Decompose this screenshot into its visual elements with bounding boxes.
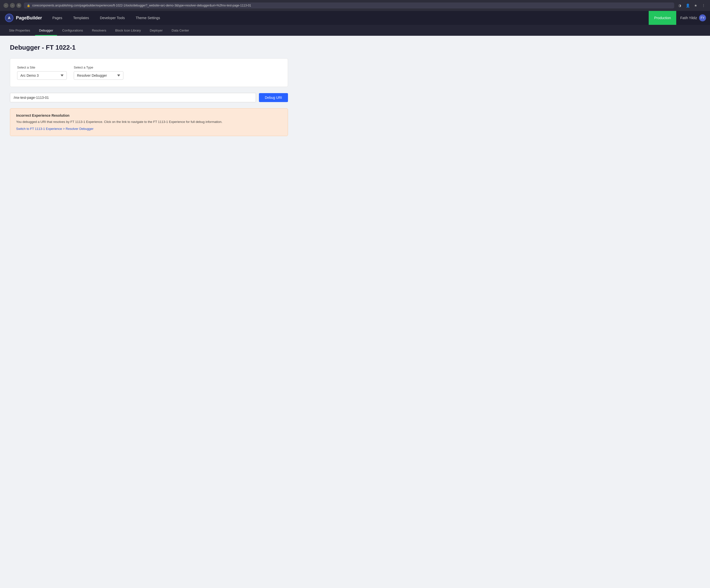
sub-nav-site-properties[interactable]: Site Properties [5, 25, 34, 36]
alert-link[interactable]: Switch to FT 1113-1 Experience > Resolve… [16, 127, 94, 131]
alert-title: Incorrect Experience Resolution [16, 114, 282, 117]
sub-nav-resolvers[interactable]: Resolvers [88, 25, 110, 36]
type-label: Select a Type [74, 66, 123, 69]
sub-nav: Site Properties Debugger Configurations … [0, 25, 710, 36]
sub-nav-deployer[interactable]: Deployer [146, 25, 167, 36]
site-form-group: Select a Site Arc Demo 3 Arc Demo 2 Arc … [17, 66, 67, 80]
browser-chrome: ← → ↻ 🔒 corecomponents.arcpublishing.com… [0, 0, 710, 11]
sub-nav-debugger[interactable]: Debugger [35, 25, 57, 36]
nav-item-developer-tools[interactable]: Developer Tools [95, 11, 130, 25]
alert-body: You debugged a URI that resolves by FT 1… [16, 119, 282, 124]
user-menu[interactable]: Fatih Yildiz FY [676, 15, 710, 21]
profile-icon[interactable]: 👤 [685, 2, 691, 8]
selection-card: Select a Site Arc Demo 3 Arc Demo 2 Arc … [10, 58, 288, 87]
nav-logo: A PageBuilder [0, 14, 47, 22]
extensions-icon[interactable]: ◑ [677, 2, 683, 8]
type-select[interactable]: Resolver Debugger Content Debugger Templ… [74, 71, 123, 80]
lock-icon: 🔒 [27, 4, 30, 7]
logo-icon: A [5, 14, 14, 22]
browser-forward-btn[interactable]: → [10, 3, 15, 8]
user-name: Fatih Yildiz [680, 16, 697, 20]
sub-nav-block-icon-library[interactable]: Block Icon Library [111, 25, 145, 36]
browser-refresh-btn[interactable]: ↻ [16, 3, 21, 8]
bookmark-icon[interactable]: ★ [693, 2, 699, 8]
main-content: Debugger - FT 1022-1 Select a Site Arc D… [0, 36, 298, 144]
production-button[interactable]: Production [649, 11, 676, 25]
sub-nav-configurations[interactable]: Configurations [58, 25, 87, 36]
type-form-group: Select a Type Resolver Debugger Content … [74, 66, 123, 80]
menu-icon[interactable]: ⋮ [701, 2, 707, 8]
sub-nav-data-center[interactable]: Data Center [168, 25, 193, 36]
nav-item-pages[interactable]: Pages [47, 11, 68, 25]
alert-warning: Incorrect Experience Resolution You debu… [10, 108, 288, 136]
page-title: Debugger - FT 1022-1 [10, 44, 288, 51]
address-bar[interactable]: 🔒 corecomponents.arcpublishing.com/pageb… [24, 2, 674, 8]
browser-controls: ← → ↻ [3, 3, 21, 8]
user-avatar: FY [699, 15, 706, 21]
url-text: corecomponents.arcpublishing.com/pagebui… [32, 4, 251, 7]
nav-right: Production Fatih Yildiz FY [649, 11, 710, 25]
site-select[interactable]: Arc Demo 3 Arc Demo 2 Arc Demo 1 [17, 71, 67, 80]
app-name: PageBuilder [16, 16, 42, 21]
nav-item-templates[interactable]: Templates [68, 11, 95, 25]
nav-item-theme-settings[interactable]: Theme Settings [130, 11, 166, 25]
site-label: Select a Site [17, 66, 67, 69]
nav-items: Pages Templates Developer Tools Theme Se… [47, 11, 649, 25]
main-nav: A PageBuilder Pages Templates Developer … [0, 11, 710, 25]
browser-back-btn[interactable]: ← [3, 3, 8, 8]
browser-right-icons: ◑ 👤 ★ ⋮ [677, 2, 707, 8]
uri-input[interactable] [10, 93, 256, 102]
debug-uri-button[interactable]: Debug URI [259, 93, 288, 102]
uri-row: Debug URI [10, 93, 288, 102]
